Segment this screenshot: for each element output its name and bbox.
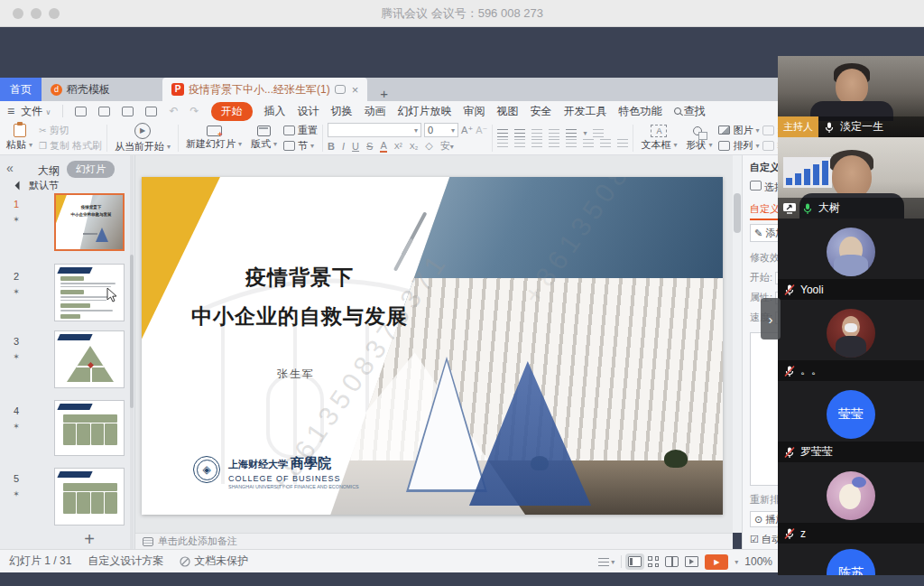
notes-bar[interactable]: 单击此处添加备注 [135,533,733,549]
italic-button[interactable]: I [342,141,345,152]
participant-tile-luoyingying[interactable]: 莹莹 罗莹莹 [778,381,924,462]
strikethrough-button[interactable]: S [366,141,373,152]
superscript-button[interactable]: X² [394,142,402,151]
normal-view-button[interactable] [628,556,642,567]
zoom-level[interactable]: 100% [744,555,772,568]
pinyin-button[interactable]: 安▾ [440,139,454,153]
shapes-button[interactable]: 形状▾ [683,125,715,152]
section-collapse-icon[interactable] [15,181,24,191]
comment-bubble-icon[interactable] [335,85,346,94]
play-options-caret[interactable]: ▾ [735,558,738,566]
subscript-button[interactable]: X₂ [410,142,419,151]
font-color-button[interactable]: A [380,140,386,153]
align-center-icon[interactable] [514,139,525,147]
menu-devtools[interactable]: 开发工具 [564,104,607,119]
layout-button[interactable]: 版式▾ [248,126,280,151]
arrange-button[interactable]: 排列▾ [718,139,759,153]
slide-title-line2[interactable]: 中小企业的自救与发展 [142,302,457,330]
menu-transition[interactable]: 切换 [331,104,353,119]
bullets-icon[interactable] [497,129,508,137]
canvas-scrollbar-thumb[interactable] [734,193,741,233]
collapse-panel-button[interactable]: « [6,161,14,175]
section-label[interactable]: 默认节 [29,179,59,192]
menu-view[interactable]: 视图 [497,104,519,119]
bold-button[interactable]: B [328,141,335,152]
participant-video-host[interactable]: 主持人 淡定一生 [778,56,924,137]
decrease-indent-icon[interactable] [531,129,542,137]
tab-outline[interactable]: 大纲 [38,163,60,179]
add-slide-button[interactable]: + [54,529,125,550]
anim-tab[interactable]: 自定义动画 [750,202,778,220]
font-name-select[interactable]: ▾ [328,123,421,137]
textbox-button[interactable]: A 文本框▾ [638,125,679,152]
slideshow-view-button[interactable] [685,556,698,567]
text-direction-icon[interactable] [593,129,604,137]
align-right-icon[interactable] [531,139,542,147]
align-left-icon[interactable] [497,139,508,147]
thumbnail-slide-3[interactable] [54,330,125,388]
select-pane-button[interactable]: 选择窗格 [750,181,778,194]
tab-home[interactable]: 首页 [0,78,42,101]
picture-button[interactable]: 图片▾ [718,124,759,137]
menu-design[interactable]: 设计 [298,104,319,119]
canvas-scrollbar-track[interactable] [733,155,742,533]
hamburger-icon[interactable]: ≡ [7,104,14,118]
slide-editor[interactable]: +8613508376371 +8613508376371 疫情背景下 中小企业… [142,177,723,515]
animation-list[interactable] [750,332,778,486]
tab-document[interactable]: P 疫情背景下中小...经张生军(1) × [162,78,367,101]
menu-insert[interactable]: 插入 [264,104,286,119]
indent-more-icon[interactable] [600,139,611,147]
menu-animation[interactable]: 动画 [365,104,386,119]
menu-security[interactable]: 安全 [531,104,552,119]
font-size-select[interactable]: 0▾ [424,123,458,137]
save-icon[interactable] [75,107,87,116]
decrease-font-button[interactable]: A⁻ [476,125,487,136]
play-animation-button[interactable]: ⊙ 播放 [750,511,778,527]
reading-view-button[interactable] [665,556,679,567]
close-tab-icon[interactable]: × [352,83,359,97]
paste-button[interactable]: 粘贴▾ [4,124,35,152]
participant-video-dashu[interactable]: 大树 [778,137,924,219]
copy-button[interactable]: ❐ 复制 [39,139,69,153]
slide-sorter-view-button[interactable] [648,556,659,567]
cut-button[interactable]: ✂剪切 [39,124,102,137]
panel-scrollbar-thumb[interactable] [130,255,134,408]
expand-panel-button[interactable]: › [761,298,781,340]
auto-preview-checkbox[interactable]: ☑ 自动预览 [750,533,778,546]
participant-tile-z[interactable]: z [778,462,924,544]
format-painter-button[interactable]: 格式刷 [72,139,102,153]
menu-review[interactable]: 审阅 [464,104,485,119]
line-spacing-icon[interactable] [566,129,577,137]
underline-button[interactable]: U [352,141,359,152]
distribute-icon[interactable] [566,139,577,147]
increase-indent-icon[interactable] [549,129,559,137]
section-button[interactable]: 节▾ [283,139,318,153]
notes-toggle-button[interactable]: ▾ [598,558,614,566]
slide-title-line1[interactable]: 疫情背景下 [142,264,457,292]
indent-less-icon[interactable] [617,139,628,147]
play-from-current-button[interactable]: ▶ 从当前开始▾ [112,123,173,153]
redo-icon[interactable]: ↷ [189,105,199,117]
preview-icon[interactable] [145,107,157,116]
menu-start[interactable]: 开始 [211,102,253,121]
numbering-icon[interactable] [514,129,525,137]
undo-icon[interactable]: ↶ [169,105,178,117]
justify-icon[interactable] [549,139,559,147]
new-tab-button[interactable]: + [380,86,388,101]
slide-author[interactable]: 张生军 [142,367,450,382]
clear-format-button[interactable]: ◇ [425,140,432,152]
thumbnail-slide-5[interactable] [54,468,125,526]
protection-status[interactable]: 文档未保护 [180,553,248,569]
thumbnail-slide-4[interactable] [54,400,125,456]
tab-docer[interactable]: d 稻壳模板 [42,78,119,101]
participant-tile-dots[interactable]: 。。 [778,300,924,381]
menu-features[interactable]: 特色功能 [619,104,662,119]
new-slide-button[interactable]: 新建幻灯片▾ [183,126,245,151]
panel-scrollbar-track[interactable] [130,155,134,549]
menu-find[interactable]: 查找 [674,104,706,119]
output-icon[interactable] [98,107,110,116]
add-effect-button[interactable]: ✎ 添加效果 [750,224,778,242]
increase-font-button[interactable]: A⁺ [461,125,473,136]
participant-tile-yooli[interactable]: Yooli [778,219,924,300]
columns-icon[interactable] [583,139,594,147]
